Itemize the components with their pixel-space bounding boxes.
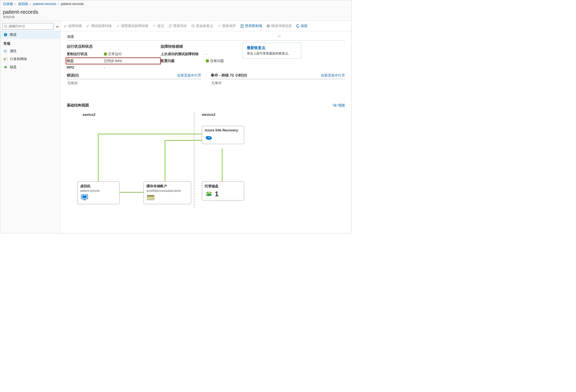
page-header: patient-records 复制的项 (0, 8, 351, 21)
region-source-label: eastus2 (83, 113, 95, 117)
cloud-recovery-icon (205, 133, 213, 142)
svg-rect-6 (6, 50, 7, 52)
events-body: 无事件 (211, 79, 345, 87)
bc-current: patient-records (61, 2, 84, 6)
disks-icon (3, 65, 8, 69)
svg-rect-14 (241, 25, 243, 28)
card-vm[interactable]: 虚拟机 patient-records (77, 181, 120, 204)
check-icon: ✓ (104, 52, 107, 56)
svg-point-11 (64, 26, 65, 27)
disk-icon (205, 190, 213, 198)
kv-replication-health: 复制运行状况 ✓正常运行 (67, 51, 161, 57)
errors-body: 无错误 (67, 79, 201, 87)
info-icon: i (3, 33, 8, 37)
disk-count: 1 (215, 190, 218, 198)
card-managed-disk[interactable]: 托管磁盘 1 (202, 181, 244, 201)
svg-rect-26 (148, 197, 150, 198)
svg-point-9 (4, 66, 7, 67)
errors-header: 错误(0) 在新页面中打开 (67, 72, 201, 79)
page-title: patient-records (3, 9, 349, 15)
region-target-label: westus2 (202, 113, 215, 117)
search-input[interactable]: 搜索(Ctrl+/) (2, 23, 53, 30)
main-content: 故障转移 测试故障转移 清理测试故障转移 提交 重新同步 更改恢复点 重新保护 … (60, 21, 351, 233)
readiness-title: 故障转移就绪 (161, 44, 243, 49)
kv-config-issues: 配置问题 ✓没有问题 (161, 57, 243, 64)
chevron-down-icon: ︾ (278, 34, 281, 39)
svg-point-10 (4, 67, 7, 68)
tb-resync[interactable]: 重新同步 (166, 23, 189, 29)
nav-compute-network[interactable]: 计算和网络 (0, 55, 60, 63)
tb-disable-replication[interactable]: 禁用复制项 (238, 23, 264, 29)
events-header: 事件 - 持续 72 小时(0) 在新页面中打开 (211, 72, 345, 79)
svg-point-0 (5, 25, 7, 27)
svg-point-12 (87, 26, 88, 27)
toolbar: 故障转移 测试故障转移 清理测试故障转移 提交 重新同步 更改恢复点 重新保护 … (60, 21, 351, 31)
svg-rect-27 (148, 198, 150, 199)
tb-refresh[interactable]: 刷新 (294, 23, 310, 29)
tb-test-failover[interactable]: 测试故障转移 (84, 23, 114, 29)
bc-vms[interactable]: 虚拟机 (18, 2, 28, 6)
open-errors-link[interactable]: 在新页面中打开 (177, 73, 201, 78)
recovery-point-tip[interactable]: 最新恢复点 单击上面可查看最新的恢复点。 (243, 43, 301, 59)
infrastructure-diagram: eastus2 westus2 Azure Site Recovery 虚拟机 … (67, 113, 345, 213)
tb-commit[interactable]: 提交 (150, 23, 166, 29)
search-icon (4, 25, 7, 28)
svg-rect-25 (147, 195, 154, 197)
bc-dashboard[interactable]: 仪表板 (3, 2, 13, 6)
kv-last-test-failover: 上次成功的测试故障转移 - (161, 51, 243, 57)
tb-failover[interactable]: 故障转移 (61, 23, 84, 29)
summary-toggle[interactable]: 概要 ︾ (67, 33, 345, 41)
infra-title: 基础结构视图 (67, 103, 89, 108)
vm-icon (80, 193, 89, 202)
tb-cleanup[interactable]: 清理测试故障转移 (114, 23, 150, 29)
svg-point-29 (206, 194, 212, 196)
nav-section-general: 常规 (0, 39, 60, 47)
svg-rect-8 (4, 59, 5, 60)
open-events-link[interactable]: 在新页面中打开 (321, 73, 345, 78)
svg-rect-5 (5, 50, 6, 52)
kv-status-highlighted: 状态 已同步 64% (66, 57, 161, 64)
nav-overview[interactable]: i 概述 (0, 31, 60, 39)
svg-rect-4 (4, 50, 5, 52)
svg-text:i: i (5, 33, 6, 36)
tb-error-details[interactable]: !错误详细信息 (264, 23, 294, 29)
svg-point-30 (208, 193, 210, 193)
storage-icon (146, 193, 155, 202)
card-cache-storage[interactable]: 缓存存储帐户 smd3hjlamnavaulasrcache (144, 181, 191, 204)
collapse-sidebar-button[interactable]: « (55, 23, 60, 30)
nav-properties[interactable]: 属性 (0, 47, 60, 55)
svg-line-1 (6, 27, 7, 28)
tb-change-recovery-point[interactable]: 更改恢复点 (189, 23, 215, 29)
bc-resource[interactable]: patient-records (33, 2, 56, 6)
tb-reprotect[interactable]: 重新保护 (215, 23, 238, 29)
table-view-link[interactable]: "表"视图 (332, 103, 345, 108)
sidebar: 搜索(Ctrl+/) « i 概述 常规 属性 计算和网络 磁盘 (0, 21, 60, 233)
compute-icon (3, 57, 8, 61)
health-title: 运行状况和状态 (67, 44, 161, 49)
svg-rect-21 (83, 196, 86, 198)
kv-rpo: RPO - (67, 64, 161, 70)
page-subtitle: 复制的项 (3, 15, 349, 19)
properties-icon (3, 49, 8, 53)
card-asr[interactable]: Azure Site Recovery (202, 126, 244, 144)
check-icon: ✓ (206, 59, 209, 63)
region-divider (194, 113, 194, 208)
svg-rect-23 (84, 199, 85, 200)
svg-text:!: ! (268, 25, 269, 28)
breadcrumb: 仪表板› 虚拟机› patient-records› patient-recor… (0, 0, 351, 8)
nav-disks[interactable]: 磁盘 (0, 63, 60, 71)
